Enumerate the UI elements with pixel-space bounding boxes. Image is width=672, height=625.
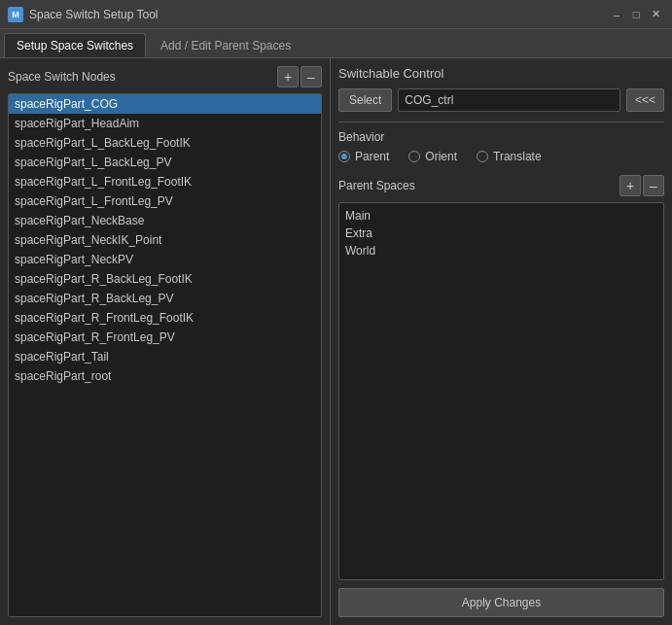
- list-item[interactable]: spaceRigPart_NeckIK_Point: [9, 230, 321, 250]
- list-item[interactable]: spaceRigPart_NeckBase: [9, 211, 321, 230]
- list-item[interactable]: spaceRigPart_L_BackLeg_FootIK: [9, 133, 321, 153]
- list-item[interactable]: spaceRigPart_R_FrontLeg_PV: [9, 328, 321, 347]
- right-panel: Switchable Control Select <<< Behavior P…: [331, 58, 672, 625]
- add-node-button[interactable]: +: [277, 66, 299, 87]
- radio-item-parent[interactable]: Parent: [338, 150, 389, 163]
- list-item[interactable]: spaceRigPart_HeadAim: [9, 114, 321, 133]
- main-content: Space Switch Nodes + – spaceRigPart_COGs…: [0, 58, 672, 625]
- radio-label-orient: Orient: [425, 150, 457, 163]
- list-item[interactable]: spaceRigPart_Tail: [9, 347, 321, 366]
- behavior-section: Behavior ParentOrientTranslate: [338, 130, 664, 163]
- behavior-radio-group: ParentOrientTranslate: [338, 150, 664, 163]
- tab-setup-space-switches[interactable]: Setup Space Switches: [4, 33, 146, 57]
- tab-bar: Setup Space Switches Add / Edit Parent S…: [0, 29, 672, 58]
- list-item[interactable]: spaceRigPart_L_FrontLeg_PV: [9, 191, 321, 211]
- parent-space-item[interactable]: Extra: [339, 225, 663, 242]
- window-controls: – □ ✕: [608, 6, 664, 23]
- left-panel: Space Switch Nodes + – spaceRigPart_COGs…: [0, 58, 331, 625]
- left-panel-header: Space Switch Nodes + –: [8, 66, 322, 87]
- window-title: Space Switch Setup Tool: [29, 8, 608, 21]
- space-switch-nodes-title: Space Switch Nodes: [8, 70, 116, 84]
- radio-dot-parent[interactable]: [338, 151, 350, 162]
- radio-dot-translate[interactable]: [477, 151, 488, 162]
- switchable-control-row: Select <<<: [338, 88, 664, 112]
- app-icon: M: [8, 7, 23, 22]
- remove-node-button[interactable]: –: [301, 66, 322, 87]
- behavior-title: Behavior: [338, 130, 664, 144]
- parent-spaces-list[interactable]: MainExtraWorld: [338, 202, 664, 580]
- list-item[interactable]: spaceRigPart_L_FrontLeg_FootIK: [9, 172, 321, 191]
- title-bar: M Space Switch Setup Tool – □ ✕: [0, 0, 672, 29]
- list-item[interactable]: spaceRigPart_NeckPV: [9, 250, 321, 269]
- radio-label-parent: Parent: [355, 150, 389, 163]
- parent-spaces-header: Parent Spaces + –: [338, 175, 664, 196]
- radio-dot-orient[interactable]: [408, 151, 420, 162]
- apply-changes-button[interactable]: Apply Changes: [338, 588, 664, 617]
- list-item[interactable]: spaceRigPart_R_BackLeg_FootIK: [9, 269, 321, 289]
- control-input[interactable]: [398, 88, 620, 112]
- add-space-button[interactable]: +: [619, 175, 641, 196]
- spaces-btn-group: + –: [619, 175, 664, 196]
- maximize-button[interactable]: □: [627, 6, 645, 23]
- parent-space-item[interactable]: Main: [339, 207, 663, 225]
- remove-space-button[interactable]: –: [643, 175, 664, 196]
- tab-add-edit-parent-spaces[interactable]: Add / Edit Parent Spaces: [148, 33, 303, 57]
- list-item[interactable]: spaceRigPart_L_BackLeg_PV: [9, 153, 321, 172]
- list-item[interactable]: spaceRigPart_COG: [9, 94, 321, 114]
- space-switch-nodes-list[interactable]: spaceRigPart_COGspaceRigPart_HeadAimspac…: [8, 93, 322, 617]
- close-button[interactable]: ✕: [647, 6, 664, 23]
- parent-space-item[interactable]: World: [339, 242, 663, 260]
- list-item[interactable]: spaceRigPart_R_FrontLeg_FootIK: [9, 308, 321, 328]
- switchable-control-title: Switchable Control: [338, 66, 664, 81]
- separator: [338, 122, 664, 122]
- list-item[interactable]: spaceRigPart_R_BackLeg_PV: [9, 289, 321, 308]
- list-item[interactable]: spaceRigPart_root: [9, 366, 321, 386]
- parent-spaces-title: Parent Spaces: [338, 179, 415, 192]
- minimize-button[interactable]: –: [608, 6, 625, 23]
- select-control-button[interactable]: Select: [338, 88, 392, 112]
- radio-label-translate: Translate: [493, 150, 542, 163]
- nav-button[interactable]: <<<: [626, 88, 664, 112]
- radio-item-translate[interactable]: Translate: [477, 150, 542, 163]
- nodes-btn-group: + –: [277, 66, 322, 87]
- radio-item-orient[interactable]: Orient: [408, 150, 457, 163]
